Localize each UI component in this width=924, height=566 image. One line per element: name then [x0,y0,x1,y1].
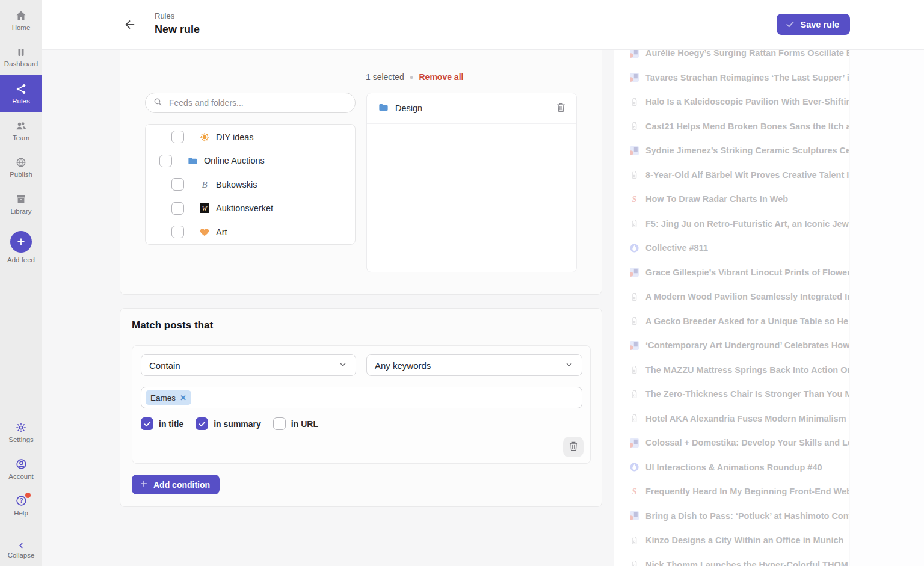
save-rule-button[interactable]: Save rule [777,14,851,35]
auktionsverket-icon: W [199,203,211,213]
article-row: Hotel AKA Alexandria Fuses Modern Minima… [614,407,849,431]
checkbox[interactable] [273,417,286,430]
article-row: Nick Thomm Launches the Hyper-Colorful T… [614,553,849,566]
designmilk-icon [629,292,639,302]
article-title: Hotel AKA Alexandria Fuses Modern Minima… [645,414,849,423]
sidebar-item-account[interactable]: Account [0,451,42,487]
article-title: Tavares Strachan Reimagines ‘The Last Su… [645,73,849,82]
feed-label: Auktionsverket [216,203,273,213]
svg-text:?: ? [19,497,23,504]
remove-keyword-icon[interactable]: ✕ [180,393,186,402]
feed-row[interactable]: Art [146,220,355,244]
plus-icon [139,479,149,490]
bukowskis-icon: B [199,179,211,190]
article-title: Bring a Dish to Pass: ‘Potluck’ at Hashi… [645,511,849,521]
article-title: Kinzo Designs a City Within an Office in… [645,535,843,545]
trash-icon [555,102,567,115]
sidebar-item-label: Help [14,509,28,517]
designmilk-icon [629,218,639,229]
designmilk-icon [629,121,639,131]
keywords-mode-select[interactable]: Any keywords [366,354,582,376]
feed-checkbox[interactable] [171,202,184,215]
feed-search[interactable] [145,93,356,113]
feed-row[interactable]: DIY ideas [146,125,355,149]
article-row: Halo Is a Kaleidoscopic Pavilion With Ev… [614,90,849,114]
account-icon [15,458,28,470]
checkbox[interactable] [196,417,208,430]
reader-pane [850,50,924,566]
add-condition-button[interactable]: Add condition [132,475,220,494]
article-title: Colossal + Domestika: Develop Your Skill… [645,438,849,448]
colossal-icon [629,72,639,82]
scope-checkbox-item[interactable]: in summary [196,417,261,430]
sidebar-item-dashboard[interactable]: Dashboard [0,38,42,75]
checkbox-label: in URL [291,419,318,429]
sidebar-item-publish[interactable]: Publish [0,149,42,185]
feed-row[interactable]: Online Auctions [146,149,355,173]
article-title: Sydnie Jimenez’s Striking Ceramic Sculpt… [645,146,849,155]
scope-checkbox-item[interactable]: in URL [273,417,318,430]
chevron-down-icon [338,360,348,371]
feed-checkbox[interactable] [159,155,172,167]
sidebar-item-settings[interactable]: Settings [0,414,42,451]
collapse-label: Collapse [8,552,35,559]
article-row: ‘Contemporary Art Underground’ Celebrate… [614,333,849,358]
share-nodes-icon [15,83,27,95]
article-row: A Gecko Breeder Asked for a Unique Table… [614,309,849,334]
article-row: Kinzo Designs a City Within an Office in… [614,528,849,553]
keywords-mode-value: Any keywords [375,360,431,371]
feed-row[interactable]: BBukowskis [146,173,355,197]
add-condition-label: Add condition [153,480,210,490]
add-feed-button[interactable]: Add feed [0,231,42,263]
sidebar-item-library[interactable]: Library [0,185,42,222]
scope-checkbox-item[interactable]: in title [141,417,183,430]
sidebar-item-help[interactable]: ? Help [0,487,42,524]
sidebar-item-label: Settings [8,436,34,443]
feed-checkbox[interactable] [171,178,184,191]
sidebar: Home Dashboard Rules Team Publish Librar… [0,0,42,566]
match-type-select[interactable]: Contain [141,354,356,376]
designmilk-icon [629,316,639,326]
sidebar-item-label: Library [10,208,31,215]
colossal-icon [629,340,639,351]
sidebar-item-team[interactable]: Team [0,112,42,149]
save-rule-label: Save rule [801,20,840,29]
checkbox[interactable] [141,417,153,430]
feed-search-input[interactable] [168,97,348,108]
trash-icon [568,440,579,454]
gear-icon [15,422,27,434]
colossal-icon [629,511,639,521]
article-title: A Modern Wood Pavilion Seamlessly Integr… [645,292,849,301]
add-feed-label: Add feed [7,256,35,263]
article-title: A Gecko Breeder Asked for a Unique Table… [645,316,849,326]
match-scope-row: in titlein summaryin URL [141,417,318,430]
delete-condition-button[interactable] [563,437,584,457]
remove-feed-button[interactable] [555,102,567,115]
article-row: F5: Jing Ju on Retro-Futuristic Art, an … [614,212,849,236]
article-title: How To Draw Radar Charts In Web [645,194,788,204]
condition-card: Contain Any keywords Eames✕ in titlein s… [132,345,591,464]
feed-checkbox[interactable] [171,131,184,143]
feed-checkbox[interactable] [171,226,184,238]
selected-feeds-panel: Design [366,93,577,272]
article-title: Nick Thomm Launches the Hyper-Colorful T… [645,560,849,566]
designmilk-icon [629,389,639,399]
sidebar-item-label: Rules [12,97,29,105]
article-title: The MAZZU Mattress Springs Back Into Act… [645,365,849,375]
remove-all-link[interactable]: Remove all [419,72,463,82]
feed-row[interactable]: WAuktionsverket [146,197,355,221]
sidebar-item-label: Home [12,24,31,31]
article-title: The Zero-Thickness Chair Is Stronger Tha… [645,389,849,399]
sidebar-item-label: Account [8,473,34,480]
sidebar-item-home[interactable]: Home [0,2,42,38]
article-title: F5: Jing Ju on Retro-Futuristic Art, an … [645,219,849,229]
keywords-input[interactable]: Eames✕ [141,387,582,408]
article-row: Colossal + Domestika: Develop Your Skill… [614,431,849,455]
sidebar-divider [0,529,42,529]
sidebar-item-rules[interactable]: Rules [0,75,42,112]
article-row: The Zero-Thickness Chair Is Stronger Tha… [614,382,849,407]
collapse-button[interactable]: Collapse [0,533,42,566]
article-title: UI Interactions & Animations Roundup #40 [645,463,822,472]
chevron-down-icon [564,360,574,371]
back-button[interactable] [123,18,137,34]
